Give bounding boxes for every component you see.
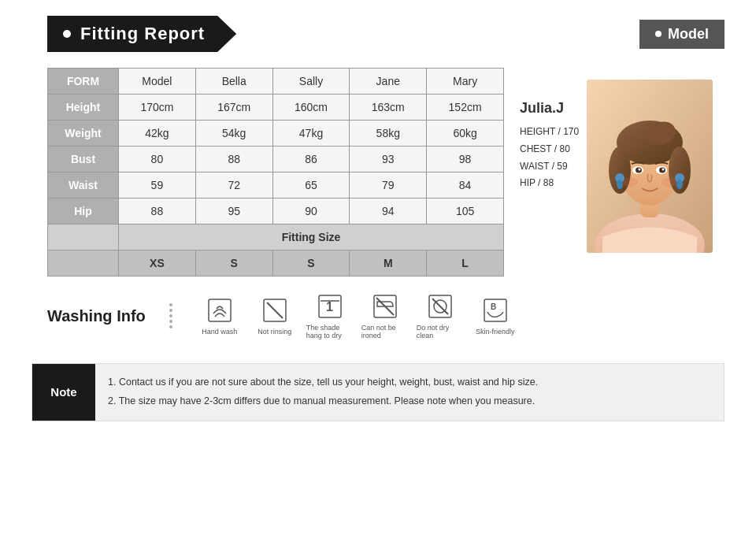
no-iron-icon: Can not be ironed — [361, 292, 409, 339]
note-line-1: 1. Contact us if you are not sure about … — [108, 373, 538, 392]
bust-label: Bust — [48, 147, 119, 173]
table-row: Weight 42kg 54kg 47kg 58kg 60kg — [48, 121, 504, 147]
hand-wash-label: Hand wash — [202, 328, 237, 336]
fitting-table: FORM Model Bella Sally Jane Mary Height … — [47, 68, 504, 276]
model-photo — [587, 80, 713, 253]
waist-jane: 79 — [350, 173, 427, 199]
weight-mary: 60kg — [427, 121, 504, 147]
model-badge-bullet — [655, 31, 662, 37]
table-section: FORM Model Bella Sally Jane Mary Height … — [47, 68, 504, 276]
washing-section: Washing Info Hand wash Not rinsing — [0, 276, 756, 355]
hip-model: 88 — [119, 199, 196, 224]
not-rinsing-icon: Not rinsing — [251, 296, 298, 336]
model-photo-container: Julia.J HEIGHT / 170 CHEST / 80 WAIST / … — [520, 80, 713, 253]
form-header: FORM — [48, 69, 119, 95]
svg-point-12 — [639, 169, 641, 171]
hip-sally: 90 — [272, 199, 350, 224]
fitting-size-label: Fitting Size — [119, 224, 504, 250]
waist-mary: 84 — [427, 173, 504, 199]
skin-friendly-label: Skin-friendly — [476, 328, 515, 336]
not-rinsing-label: Not rinsing — [258, 328, 291, 336]
model-name: Julia.J — [520, 95, 579, 121]
model-hip-line: HIP / 88 — [520, 177, 554, 188]
bust-model: 80 — [119, 147, 196, 173]
waist-label: Waist — [48, 173, 119, 199]
hand-wash-icon: Hand wash — [196, 296, 243, 336]
height-mary: 152cm — [427, 95, 504, 121]
svg-text:1: 1 — [326, 300, 333, 314]
model-badge-title: Model — [668, 26, 709, 43]
note-label: Note — [32, 364, 95, 421]
model-chest-line: CHEST / 80 — [520, 143, 570, 154]
size-empty — [48, 250, 119, 276]
svg-line-22 — [267, 302, 283, 318]
height-bella: 167cm — [195, 95, 272, 121]
table-row: Waist 59 72 65 79 84 — [48, 173, 504, 199]
shade-hang-label: The shade hang to dry — [306, 324, 354, 339]
main-content: FORM Model Bella Sally Jane Mary Height … — [0, 60, 756, 276]
fitting-report-badge: Fitting Report — [47, 16, 236, 52]
svg-point-17 — [617, 180, 623, 189]
fitting-size-empty — [48, 224, 119, 250]
model-waist-line: WAIST / 59 — [520, 161, 568, 172]
table-row: Hip 88 95 90 94 105 — [48, 199, 504, 224]
weight-bella: 54kg — [195, 121, 272, 147]
size-m: M — [350, 250, 427, 276]
table-header-row: FORM Model Bella Sally Jane Mary — [48, 69, 504, 95]
bella-header: Bella — [195, 69, 272, 95]
note-section: Note 1. Contact us if you are not sure a… — [32, 363, 724, 421]
svg-point-14 — [622, 177, 638, 187]
no-dry-clean-label: Do not dry clean — [417, 324, 464, 339]
bust-mary: 98 — [427, 147, 504, 173]
no-iron-label: Can not be ironed — [361, 324, 409, 339]
model-section: Julia.J HEIGHT / 170 CHEST / 80 WAIST / … — [520, 68, 724, 276]
svg-point-13 — [662, 169, 665, 171]
jane-header: Jane — [350, 69, 427, 95]
shade-hang-icon: 1 The shade hang to dry — [306, 292, 354, 339]
size-s1: S — [195, 250, 272, 276]
size-s2: S — [272, 250, 350, 276]
size-l: L — [427, 250, 504, 276]
table-row: Bust 80 88 86 93 98 — [48, 147, 504, 173]
waist-sally: 65 — [272, 173, 350, 199]
fitting-size-row: Fitting Size — [48, 224, 504, 250]
svg-point-15 — [662, 177, 677, 187]
bust-jane: 93 — [350, 147, 427, 173]
model-height-line: HEIGHT / 170 — [520, 126, 579, 137]
fitting-report-title: Fitting Report — [80, 24, 205, 44]
model-info-text: Julia.J HEIGHT / 170 CHEST / 80 WAIST / … — [520, 95, 579, 192]
height-jane: 163cm — [350, 95, 427, 121]
note-content: 1. Contact us if you are not sure about … — [95, 364, 550, 421]
badge-bullet — [63, 30, 71, 38]
skin-friendly-icon: B Skin-friendly — [472, 296, 519, 336]
svg-line-30 — [432, 299, 448, 314]
waist-model: 59 — [119, 173, 196, 199]
table-row: Height 170cm 167cm 160cm 163cm 152cm — [48, 95, 504, 121]
svg-text:B: B — [491, 302, 496, 311]
bust-sally: 86 — [272, 147, 350, 173]
weight-jane: 58kg — [350, 121, 427, 147]
bust-bella: 88 — [195, 147, 272, 173]
weight-label: Weight — [48, 121, 119, 147]
height-model: 170cm — [119, 95, 196, 121]
size-label-row: XS S S M L — [48, 250, 504, 276]
washing-dots — [169, 303, 172, 328]
sally-header: Sally — [272, 69, 350, 95]
hip-bella: 95 — [195, 199, 272, 224]
washing-title: Washing Info — [47, 307, 146, 325]
weight-model: 42kg — [119, 121, 196, 147]
svg-point-19 — [676, 180, 683, 189]
header: Fitting Report Model — [0, 0, 756, 60]
waist-bella: 72 — [195, 173, 272, 199]
hip-jane: 94 — [350, 199, 427, 224]
size-xs: XS — [119, 250, 196, 276]
height-sally: 160cm — [272, 95, 350, 121]
no-dry-clean-icon: Do not dry clean — [417, 292, 464, 339]
height-label: Height — [48, 95, 119, 121]
svg-rect-20 — [209, 299, 231, 321]
weight-sally: 47kg — [272, 121, 350, 147]
note-line-2: 2. The size may have 2-3cm differs due t… — [108, 392, 538, 411]
mary-header: Mary — [427, 69, 504, 95]
washing-icons: Hand wash Not rinsing 1 The shade hang t… — [196, 292, 519, 339]
hip-label: Hip — [48, 199, 119, 224]
